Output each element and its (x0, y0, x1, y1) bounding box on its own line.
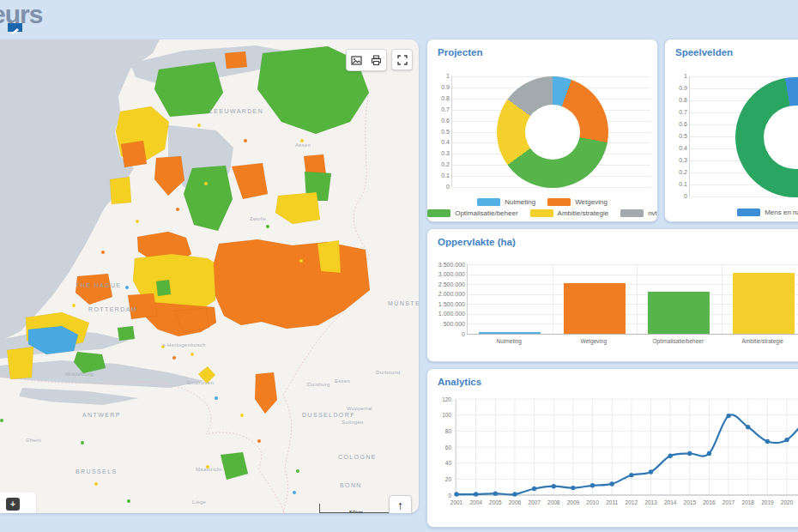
y-tick-label: 500.000 (444, 321, 465, 327)
oppervlakte-bar-chart[interactable] (467, 264, 798, 335)
print-button[interactable] (366, 51, 386, 70)
x-tick-label: 2004 (469, 499, 482, 505)
analytics-data-point[interactable] (512, 492, 517, 496)
y-tick-label: 3.000.000 (438, 271, 465, 277)
x-tick-label: 2015 (684, 499, 697, 505)
analytics-data-point[interactable] (571, 486, 575, 490)
city-label: Ghent (26, 438, 41, 443)
city-label: Zwolle (250, 216, 267, 221)
analytics-data-point[interactable] (707, 451, 711, 456)
y-tick-label: 1.000.000 (438, 311, 465, 317)
x-tick-label: Optimalisatie/beheer (636, 338, 721, 344)
city-label: Assen (295, 142, 311, 148)
map-region-yellow[interactable] (7, 347, 33, 379)
city-label: Solingen (342, 420, 364, 425)
map-region-orange[interactable] (154, 156, 184, 196)
legend-item[interactable]: nvt (620, 209, 657, 217)
analytics-data-point[interactable] (765, 439, 770, 444)
map-region-orange[interactable] (225, 51, 247, 69)
fullscreen-button[interactable] (391, 49, 413, 70)
y-tick-label: 60 (445, 444, 452, 450)
legend-swatch (547, 198, 571, 206)
y-tick-label: 2.500.000 (438, 281, 465, 287)
map-dot (72, 304, 76, 307)
bar-nulmeting[interactable] (479, 332, 541, 334)
map-region-orange[interactable] (232, 163, 268, 199)
analytics-data-point[interactable] (454, 492, 458, 496)
y-tick-label: 0 (446, 184, 450, 190)
analytics-data-point[interactable] (532, 487, 536, 491)
legend-item[interactable]: Wetgeving (547, 198, 608, 206)
image-icon (351, 55, 362, 66)
map-region-yellow[interactable] (317, 240, 341, 273)
y-tick-label: 0.6 (679, 121, 687, 127)
panel-projecten: Projecten 10.90.80.70.60.50.40.30.20.10 … (426, 39, 658, 222)
map-region-orange[interactable] (255, 372, 277, 414)
legend-item[interactable]: Mens en natuur (737, 209, 798, 216)
legend-item[interactable]: Ambitie/strategie (530, 209, 609, 217)
map-dot (0, 419, 3, 422)
y-tick-label: 20 (445, 476, 452, 482)
y-tick-label: 0.4 (441, 139, 450, 145)
y-tick-label: 100 (442, 412, 451, 418)
map-region-orange[interactable] (214, 239, 370, 329)
y-axis: 3.500.0003.000.0002.500.0002.000.0001.50… (429, 264, 465, 334)
legend-item[interactable]: Nulmeting (477, 198, 535, 206)
x-tick-label: Wetgeving (552, 338, 637, 344)
bar-ambitie-strategie[interactable] (733, 273, 795, 334)
map-region-green[interactable] (221, 452, 248, 480)
y-tick-label: 0.7 (441, 106, 450, 112)
city-label: Dortmund (376, 370, 401, 375)
map-canvas[interactable]: LEEUWARDEN Assen Zwolle MÜNSTER THE HAGU… (0, 39, 419, 513)
y-tick-label: 1.500.000 (438, 301, 465, 307)
analytics-data-point[interactable] (726, 414, 730, 418)
map-dot (266, 225, 269, 228)
y-tick-label: 80 (445, 428, 452, 434)
map-dot (176, 208, 179, 211)
y-tick-label: 0 (448, 493, 451, 499)
analytics-data-point[interactable] (552, 484, 556, 488)
bar-optimalisatie-beheer[interactable] (648, 292, 710, 334)
map-region-orange[interactable] (76, 274, 112, 305)
map-region-orange[interactable] (121, 141, 147, 167)
export-image-button[interactable] (347, 51, 366, 70)
analytics-data-point[interactable] (687, 451, 692, 456)
bar-wetgeving[interactable] (564, 283, 626, 334)
x-tick-label: 2013 (644, 499, 657, 505)
projecten-donut-chart[interactable] (497, 76, 608, 188)
y-tick-label: 2.000.000 (438, 291, 465, 297)
y-tick-label: 1 (446, 73, 450, 79)
map-region-green[interactable] (184, 166, 233, 231)
map-dot (197, 124, 201, 127)
north-arrow-button[interactable]: ↑ (389, 495, 412, 513)
map-region-yellow[interactable] (110, 177, 131, 204)
map-region-green[interactable] (156, 280, 171, 296)
x-tick-label: 2020 (781, 499, 794, 505)
analytics-data-point[interactable] (590, 483, 595, 487)
map-dot (125, 286, 129, 289)
y-tick-label: 0 (462, 331, 465, 337)
analytics-data-point[interactable] (746, 425, 750, 429)
analytics-line-chart[interactable]: 0204060801001202001200420052006200720082… (427, 390, 798, 527)
printer-icon (371, 55, 382, 66)
analytics-data-point[interactable] (493, 491, 498, 495)
analytics-data-point[interactable] (474, 492, 478, 496)
legend-item[interactable]: Optimalisatie/beheer (427, 209, 517, 217)
gridline (690, 76, 798, 77)
city-label: COLOGNE (338, 454, 377, 460)
analytics-data-point[interactable] (668, 454, 672, 458)
legend-label: nvt (648, 209, 657, 217)
map-region-yellow[interactable] (275, 192, 320, 224)
analytics-data-point[interactable] (629, 473, 633, 477)
panel-title: Oppervlakte (ha) (427, 229, 798, 247)
dashboard: { "header": { "logo_text": "eurs" }, "ma… (0, 0, 798, 532)
y-tick-label: 0.1 (441, 172, 450, 178)
gridline (468, 264, 798, 265)
analytics-data-point[interactable] (649, 469, 653, 474)
analytics-data-point[interactable] (610, 481, 614, 486)
y-tick-label: 0.3 (679, 157, 687, 163)
x-tick-label: 2008 (547, 499, 560, 505)
analytics-data-point[interactable] (784, 438, 789, 442)
map-attribution-button[interactable]: + (0, 493, 36, 513)
map-region-green[interactable] (118, 326, 135, 341)
